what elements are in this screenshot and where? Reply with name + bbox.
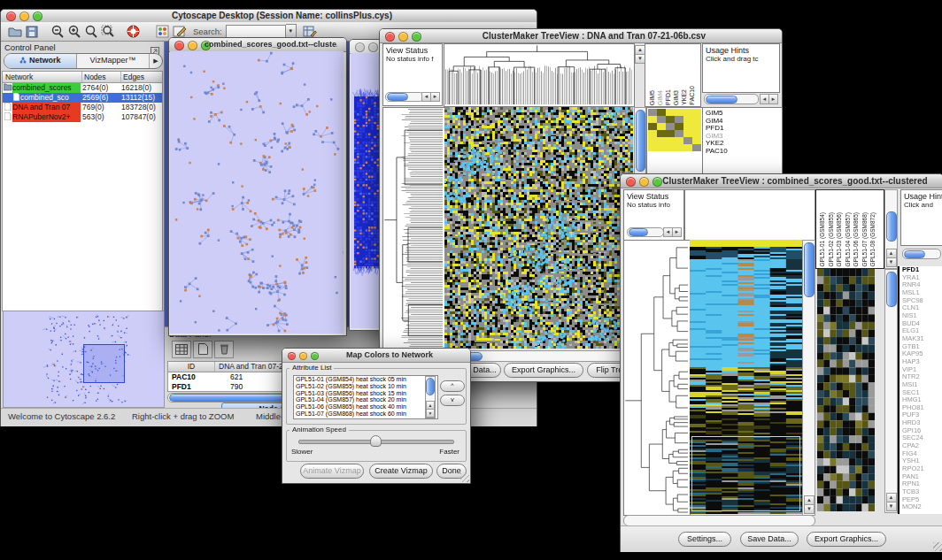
matrix-cell [666,109,675,116]
attribute-list-vscrollbar[interactable]: ▲ ▼ [425,376,436,418]
heatmap-vscrollbar[interactable]: ▲ ▼ [802,240,815,516]
minimize-button[interactable] [368,42,378,52]
zoom-heatmap-vscrollbar[interactable]: ▲ ▼ [884,269,898,513]
move-down-button[interactable]: v [440,395,465,406]
row-dendrogram-canvas[interactable] [383,108,443,348]
search-input[interactable] [226,25,286,38]
attribute-table-icon[interactable] [172,341,191,358]
minimize-button[interactable] [639,177,649,187]
column-label[interactable]: GPL51-07 (GSM868) [861,212,869,266]
create-vizmap-button[interactable]: Create Vizmap [369,464,433,479]
view-status-hscrollbar[interactable] [385,92,424,102]
column-labels-vscrollbar[interactable]: ▲ ▼ [884,189,898,269]
export-graphics-button[interactable]: Export Graphics... [504,363,583,378]
usage-hints-panel: Usage Hints Click and drag tc [702,43,780,93]
column-label[interactable]: GPL51-06 (GSM865) [852,212,861,266]
column-label[interactable]: GPL51-08 (GSM872) [869,212,877,266]
column-label[interactable]: GIM4 [656,90,664,105]
close-button[interactable] [355,42,365,52]
help-lifebuoy-icon[interactable] [125,24,142,40]
correlation-matrix[interactable] [648,109,701,151]
column-label[interactable]: PAC10 [688,86,696,105]
animate-vizmap-button[interactable]: Animate Vizmap [300,464,364,479]
delete-attribute-trash-icon[interactable] [214,341,234,358]
usage-hints-hscrollbar[interactable] [902,249,941,259]
scroll-down-icon[interactable]: ▼ [804,504,815,514]
attribute-list-item[interactable]: GPL51-02 (GSM855) heat shock 10 min [296,383,437,390]
network-row[interactable]: combined_scores 2764(0) 16218(0) [3,83,162,93]
tab-vizmapper[interactable]: VizMapper™ [77,54,149,68]
attribute-list-item[interactable]: GPL51-06 (GSM865) heat shock 40 min [296,403,437,410]
scroll-down-icon[interactable]: ▼ [886,502,897,511]
matrix-cell [648,123,657,130]
close-button[interactable] [385,32,395,42]
network-row-selected[interactable]: combined_sco 2569(6) 13112(15) [3,93,162,103]
animation-speed-slider-thumb[interactable] [370,435,382,447]
column-label[interactable]: GIM5 [648,90,656,105]
column-label[interactable]: GPL51-02 (GSM855) [827,212,836,266]
network-view-window: combined_scores_good.txt--cluste... [168,37,347,336]
main-titlebar[interactable]: Cytoscape Desktop (Session Name: collins… [1,10,537,23]
scroll-right-icon[interactable]: ► [430,92,440,102]
attribute-list-item[interactable]: GPL51-01 (GSM854) heat shock 05 min [296,376,437,383]
close-button[interactable] [626,177,636,187]
close-button[interactable] [6,12,16,21]
scroll-right-icon[interactable]: ► [768,94,778,104]
minimize-button[interactable] [188,41,197,50]
tab-network[interactable]: Network [4,54,77,68]
column-label[interactable]: GPL51-04 (GSM857) [844,212,853,266]
matrix-cell [683,116,692,123]
column-label[interactable]: GPL51-01 (GSM854) [818,212,827,266]
network-row[interactable]: RNAPuberNov2+ 563(0) 107847(0) [3,112,162,122]
zoom-out-icon[interactable] [49,24,66,40]
save-icon[interactable] [23,24,40,40]
gene-label[interactable]: PAC10 [706,148,782,156]
vizmapper-nodes-icon[interactable] [154,24,171,40]
column-label[interactable]: GIM3 [672,90,680,105]
new-attribute-icon[interactable] [193,341,212,358]
resize-grip[interactable] [933,542,942,551]
dialog-titlebar[interactable]: Map Colors to Network [282,349,470,363]
settings-button[interactable]: Settings... [678,532,731,547]
close-button[interactable] [288,352,296,360]
network-row[interactable]: DNA and Tran 07 769(0) 183728(0) [3,103,162,112]
zoom-fit-icon[interactable] [99,24,116,40]
heatmap-hscrollbar[interactable] [444,350,635,362]
column-dendrogram-canvas[interactable] [444,44,632,104]
usage-hints-hscrollbar[interactable] [704,94,759,104]
column-label[interactable]: GPL51-03 (GSM856) [835,212,844,266]
attribute-list-item[interactable]: GPL51-04 (GSM857) heat shock 20 min [296,396,437,403]
row-dendrogram-canvas[interactable] [624,241,688,513]
close-button[interactable] [174,41,184,50]
zoom-actual-icon[interactable] [82,24,99,40]
move-up-button[interactable]: ^ [440,380,465,392]
treeview1-titlebar[interactable]: ClusterMaker TreeView : DNA and Tran 07-… [380,29,782,43]
zoom-heatmap-canvas[interactable] [817,269,875,511]
export-graphics-button[interactable]: Export Graphics... [807,532,886,547]
zoom-in-icon[interactable] [66,24,82,40]
save-data-button[interactable]: Save Data... [740,532,799,547]
heatmap-canvas[interactable] [444,107,633,349]
scroll-down-icon[interactable]: ▼ [426,409,435,418]
minimize-button[interactable] [398,32,408,42]
minimize-button[interactable] [19,12,29,21]
resize-grip[interactable] [460,473,469,482]
scroll-down-icon[interactable]: ▼ [886,257,897,267]
network-overview-canvas[interactable] [3,311,165,408]
scroll-right-icon[interactable]: ► [672,227,682,237]
open-file-icon[interactable] [6,24,23,40]
network-list-header[interactable]: Network Nodes Edges [3,72,162,83]
treeview2-titlebar[interactable]: ClusterMaker TreeView : combined_scores_… [621,174,942,188]
network-view-titlebar[interactable]: combined_scores_good.txt--cluste... [169,38,346,52]
network-view-canvas[interactable] [170,51,344,334]
column-header-id[interactable]: ID [168,362,215,372]
attribute-list-item[interactable]: GPL51-07 (GSM868) heat shock 60 min [296,410,437,418]
attribute-list-item[interactable]: GPL51-03 (GSM856) heat shock 15 min [296,390,437,397]
heatmap-canvas[interactable] [690,240,802,514]
minimize-button[interactable] [299,352,307,360]
view-status-hscrollbar[interactable] [627,227,664,237]
tab-overflow-arrow[interactable]: ▶ [149,54,162,68]
column-label[interactable]: PFD1 [664,89,672,105]
gene-label[interactable]: MON2 [902,503,942,511]
column-label[interactable]: YKE2 [680,89,688,105]
